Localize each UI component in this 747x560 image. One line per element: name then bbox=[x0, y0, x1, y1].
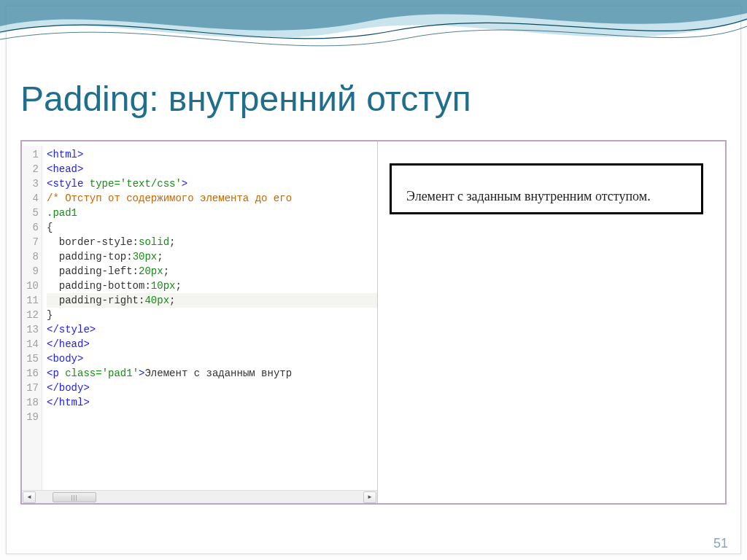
line-number-gutter: 12345678910111213141516171819 bbox=[22, 146, 42, 490]
scrollbar-thumb[interactable] bbox=[53, 492, 96, 502]
decorative-wave bbox=[0, 0, 747, 80]
page-number: 51 bbox=[713, 536, 728, 551]
scroll-left-button[interactable]: ◄ bbox=[23, 491, 36, 503]
preview-panel: Элемент с заданным внутренним отступом. bbox=[378, 141, 725, 503]
horizontal-scrollbar[interactable]: ◄ ► bbox=[22, 490, 377, 503]
code-content: <html><head><style type='text/css'>/* От… bbox=[42, 146, 377, 490]
preview-padded-element: Элемент с заданным внутренним отступом. bbox=[390, 163, 703, 214]
content-container: 12345678910111213141516171819 <html><hea… bbox=[20, 140, 727, 505]
scroll-right-button[interactable]: ► bbox=[363, 491, 376, 503]
code-editor-panel: 12345678910111213141516171819 <html><hea… bbox=[22, 141, 378, 503]
slide-title: Padding: внутренний отступ bbox=[20, 79, 471, 119]
